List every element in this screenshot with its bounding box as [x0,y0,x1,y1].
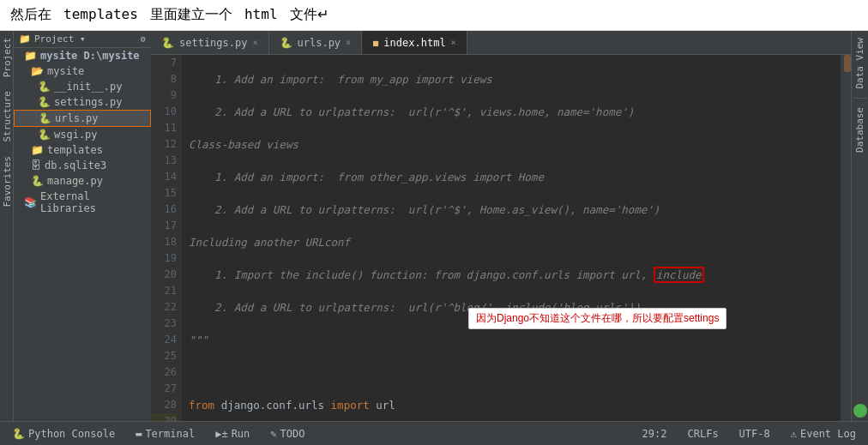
left-edge-panel: Project Structure Favorites [0,31,14,421]
annotation-text: 然后在 templates 里面建立一个 html 文件↵ [10,6,329,24]
code-line-7: 1. Add an import: from my_app import vie… [189,71,841,87]
html-tab-icon: ◼ [372,37,378,49]
code-line-10: 1. Add an import: from other_app.views i… [189,169,841,185]
sidebar-item-manage[interactable]: 🐍 manage.py [14,173,151,189]
event-log-icon: ⚠ [791,428,797,440]
py-icon-settings: 🐍 [38,96,51,108]
cursor-pos-text: 29:2 [642,428,667,440]
editor-tabs: 🐍 settings.py × 🐍 urls.py × ◼ index.html… [151,31,851,55]
sidebar-controls: ⚙ [141,34,146,44]
annotation-text: 因为Django不知道这个文件在哪，所以要配置settings [476,312,719,324]
tab-urls[interactable]: 🐍 urls.py × [269,31,363,54]
code-line-17: from django.conf.urls import url [189,397,841,413]
sidebar-item-urls[interactable]: 🐍 urls.py [14,110,151,127]
urls-tab-label: urls.py [298,37,341,49]
py-icon: 🐍 [38,81,51,93]
code-line-15: """ [189,332,841,348]
right-gutter[interactable] [841,55,851,421]
sidebar-mysite-sublabel: mysite [47,65,84,77]
terminal-button[interactable]: ▬ Terminal [130,426,200,442]
lib-icon: 📚 [24,196,37,208]
code-line-11: 2. Add a URL to urlpatterns: url(r'^$', … [189,201,841,218]
cursor-position: 29:2 [637,426,672,442]
sidebar-item-templates[interactable]: 📁 templates [14,142,151,158]
settings-tab-label: settings.py [179,37,247,49]
terminal-label: Terminal [145,428,195,440]
sidebar-init-label: __init__.py [54,81,122,93]
py-icon-urls: 🐍 [39,112,51,124]
run-label: Run [232,428,250,440]
database-label[interactable]: Database [853,100,867,159]
code-content-area[interactable]: 1. Add an import: from my_app import vie… [182,55,841,421]
html-tab-close[interactable]: × [451,38,456,47]
run-button[interactable]: ▶± Run [210,426,255,442]
urls-tab-close[interactable]: × [346,38,351,47]
code-line-13: 1. Import the include() function: from d… [189,267,841,283]
line-endings[interactable]: CRLFs [682,426,723,442]
todo-label: TODO [280,428,305,440]
sidebar-external-label: External Libraries [40,190,148,214]
sidebar-templates-label: templates [47,144,103,156]
sidebar-item-wsgi[interactable]: 🐍 wsgi.py [14,127,151,142]
data-view-label[interactable]: Data View [853,31,867,96]
py-icon-wsgi: 🐍 [38,129,51,141]
sidebar-item-external[interactable]: 📚 External Libraries [14,189,151,216]
sidebar-header: 📁 Project ▾ ⚙ [14,31,151,48]
py-icon-manage: 🐍 [31,175,44,187]
python-console-icon: 🐍 [12,428,25,440]
settings-tab-close[interactable]: × [252,38,257,47]
code-line-12: Including another URLconf [189,234,841,250]
db-icon: 🗄 [31,159,41,171]
todo-icon: ✎ [270,428,276,440]
sidebar-wsgi-label: wsgi.py [54,129,98,141]
structure-label[interactable]: Structure [0,84,13,149]
folder-icon: 📁 [24,50,37,62]
line-numbers: 7 8 9 10 11 12 13 14 15 16 17 18 19 20 2… [151,55,182,421]
sidebar-item-mysite-folder[interactable]: 📂 mysite [14,63,151,79]
urls-tab-icon: 🐍 [280,37,292,49]
code-editor: 7 8 9 10 11 12 13 14 15 16 17 18 19 20 2… [151,55,851,421]
code-line-9: Class-based views [189,136,841,153]
event-log-label: Event Log [800,428,856,440]
line-endings-text: CRLFs [687,428,718,440]
code-line-8: 2. Add a URL to urlpatterns: url(r'^$', … [189,104,841,120]
sidebar-item-init[interactable]: 🐍 __init__.py [14,79,151,94]
sidebar-item-db[interactable]: 🗄 db.sqlite3 [14,158,151,173]
sidebar-manage-label: manage.py [47,175,103,187]
sidebar-settings-label: settings.py [54,96,122,108]
html-tab-label: index.html [383,37,445,49]
project-icon: 📁 [19,33,31,45]
sidebar-item-settings[interactable]: 🐍 settings.py [14,94,151,110]
python-console-label: Python Console [28,428,115,440]
project-title: Project ▾ [34,33,86,45]
sidebar-item-mysite-root[interactable]: 📁 mysite D:\mysite [14,48,151,63]
project-label[interactable]: Project [0,31,13,84]
run-icon: ▶± [215,428,227,440]
sidebar-db-label: db.sqlite3 [45,159,106,171]
encoding[interactable]: UTF-8 [734,426,775,442]
right-panel: Data View Database [851,31,868,421]
tab-settings[interactable]: 🐍 settings.py × [151,31,269,54]
top-annotation: 然后在 templates 里面建立一个 html 文件↵ [0,0,868,31]
code-line-16 [189,364,841,381]
annotation-bubble: 因为Django不知道这个文件在哪，所以要配置settings [468,308,726,329]
python-console-button[interactable]: 🐍 Python Console [7,426,120,442]
encoding-text: UTF-8 [739,428,770,440]
editor-area: 🐍 settings.py × 🐍 urls.py × ◼ index.html… [151,31,851,421]
file-tree-sidebar: 📁 Project ▾ ⚙ 📁 mysite D:\mysite 📂 mysit… [14,31,151,421]
main-layout: Project Structure Favorites 📁 Project ▾ … [0,31,868,421]
favorites-label[interactable]: Favorites [0,149,13,214]
sidebar-mysite-label: mysite D:\mysite [40,50,140,62]
settings-tab-icon: 🐍 [161,37,174,49]
event-log-button[interactable]: ⚠ Event Log [786,426,861,442]
folder-open-icon: 📂 [31,65,44,77]
todo-button[interactable]: ✎ TODO [265,426,310,442]
sidebar-urls-label: urls.py [55,112,99,124]
folder-templates-icon: 📁 [31,144,44,156]
tab-index-html[interactable]: ◼ index.html × [362,31,467,54]
terminal-icon: ▬ [136,428,142,440]
bottom-bar: 🐍 Python Console ▬ Terminal ▶± Run ✎ TOD… [0,421,868,445]
